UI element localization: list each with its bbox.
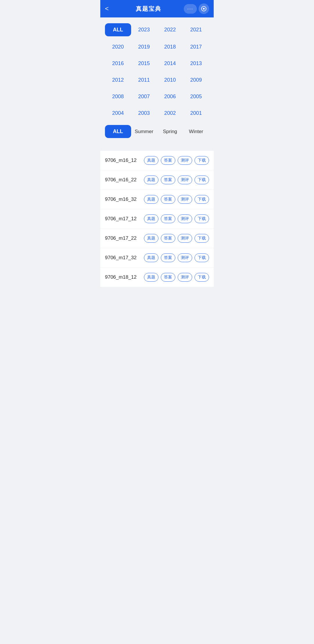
exam-name: 9706_m16_12 xyxy=(105,158,137,163)
year-filter-item-2003[interactable]: 2003 xyxy=(131,107,157,119)
evaluate-button[interactable]: 测评 xyxy=(178,195,192,204)
year-filter-section: ALL2023202220212020201920182017201620152… xyxy=(105,23,209,119)
back-button[interactable]: < xyxy=(105,5,114,12)
year-filter-item-2018[interactable]: 2018 xyxy=(157,41,183,53)
exam-paper-button[interactable]: 真题 xyxy=(144,195,158,204)
year-filter-grid: ALL2023202220212020201920182017201620152… xyxy=(105,23,209,119)
year-filter-item-2011[interactable]: 2011 xyxy=(131,74,157,86)
exam-name: 9706_m17_12 xyxy=(105,216,137,222)
exam-list-item: 9706_m17_12真题答案测评下载 xyxy=(100,209,214,229)
year-filter-item-2013[interactable]: 2013 xyxy=(183,58,209,69)
year-filter-item-2016[interactable]: 2016 xyxy=(105,58,131,69)
exam-list-item: 9706_m16_32真题答案测评下载 xyxy=(100,190,214,209)
year-filter-item-all[interactable]: ALL xyxy=(105,23,131,36)
exam-actions: 真题答案测评下载 xyxy=(144,195,209,204)
year-filter-item-2008[interactable]: 2008 xyxy=(105,91,131,103)
exam-list-item: 9706_m16_12真题答案测评下载 xyxy=(100,151,214,170)
exam-paper-button[interactable]: 真题 xyxy=(144,214,158,223)
exam-paper-button[interactable]: 真题 xyxy=(144,273,158,282)
exam-actions: 真题答案测评下载 xyxy=(144,234,209,243)
exam-actions: 真题答案测评下载 xyxy=(144,273,209,282)
exam-name: 9706_m17_32 xyxy=(105,255,137,261)
year-filter-item-2007[interactable]: 2007 xyxy=(131,91,157,103)
evaluate-button[interactable]: 测评 xyxy=(178,253,192,262)
evaluate-button[interactable]: 测评 xyxy=(178,234,192,243)
download-button[interactable]: 下载 xyxy=(195,195,209,204)
more-options-button[interactable]: ··· xyxy=(184,4,197,14)
exam-actions: 真题答案测评下载 xyxy=(144,156,209,165)
answer-button[interactable]: 答案 xyxy=(161,253,175,262)
year-filter-row-4: 2008200720062005 xyxy=(105,91,209,103)
record-dot-icon xyxy=(203,8,205,10)
exam-actions: 真题答案测评下载 xyxy=(144,253,209,262)
exam-list-item: 9706_m16_22真题答案测评下载 xyxy=(100,170,214,190)
exam-name: 9706_m17_22 xyxy=(105,235,137,241)
exam-list: 9706_m16_12真题答案测评下载9706_m16_22真题答案测评下载97… xyxy=(100,151,214,287)
answer-button[interactable]: 答案 xyxy=(161,273,175,282)
exam-name: 9706_m16_32 xyxy=(105,196,137,202)
year-filter-item-2004[interactable]: 2004 xyxy=(105,107,131,119)
evaluate-button[interactable]: 测评 xyxy=(178,156,192,165)
year-filter-item-2017[interactable]: 2017 xyxy=(183,41,209,53)
record-circle-icon xyxy=(201,6,206,11)
download-button[interactable]: 下载 xyxy=(195,156,209,165)
year-filter-item-2002[interactable]: 2002 xyxy=(157,107,183,119)
download-button[interactable]: 下载 xyxy=(195,253,209,262)
year-filter-item-2015[interactable]: 2015 xyxy=(131,58,157,69)
year-filter-row-2: 2016201520142013 xyxy=(105,58,209,69)
download-button[interactable]: 下载 xyxy=(195,234,209,243)
year-filter-item-2001[interactable]: 2001 xyxy=(183,107,209,119)
year-filter-item-2006[interactable]: 2006 xyxy=(157,91,183,103)
year-filter-item-2020[interactable]: 2020 xyxy=(105,41,131,53)
year-filter-item-2023[interactable]: 2023 xyxy=(131,24,157,36)
download-button[interactable]: 下载 xyxy=(195,214,209,223)
download-button[interactable]: 下载 xyxy=(195,176,209,184)
year-filter-item-2012[interactable]: 2012 xyxy=(105,74,131,86)
download-button[interactable]: 下载 xyxy=(195,273,209,282)
year-filter-item-2009[interactable]: 2009 xyxy=(183,74,209,86)
year-filter-item-2019[interactable]: 2019 xyxy=(131,41,157,53)
page-title: 真题宝典 xyxy=(136,5,161,13)
answer-button[interactable]: 答案 xyxy=(161,176,175,184)
answer-button[interactable]: 答案 xyxy=(161,214,175,223)
year-filter-row-5: 2004200320022001 xyxy=(105,107,209,119)
exam-list-item: 9706_m17_32真题答案测评下载 xyxy=(100,248,214,268)
answer-button[interactable]: 答案 xyxy=(161,195,175,204)
exam-paper-button[interactable]: 真题 xyxy=(144,176,158,184)
season-filter-row: ALL Summer Spring Winter xyxy=(105,125,209,138)
exam-actions: 真题答案测评下载 xyxy=(144,214,209,223)
year-filter-row-3: 2012201120102009 xyxy=(105,74,209,86)
year-filter-row-0: ALL202320222021 xyxy=(105,23,209,36)
year-filter-item-2022[interactable]: 2022 xyxy=(157,24,183,36)
exam-paper-button[interactable]: 真题 xyxy=(144,234,158,243)
evaluate-button[interactable]: 测评 xyxy=(178,273,192,282)
header: < 真题宝典 ··· xyxy=(100,0,214,17)
season-winter-button[interactable]: Winter xyxy=(183,126,209,137)
year-filter-item-2005[interactable]: 2005 xyxy=(183,91,209,103)
season-summer-button[interactable]: Summer xyxy=(131,126,157,137)
record-button[interactable] xyxy=(199,3,209,14)
content-area: ALL2023202220212020201920182017201620152… xyxy=(100,17,214,150)
season-all-button[interactable]: ALL xyxy=(105,125,131,138)
exam-list-item: 9706_m18_12真题答案测评下载 xyxy=(100,268,214,287)
header-actions: ··· xyxy=(184,3,209,14)
exam-list-item: 9706_m17_22真题答案测评下载 xyxy=(100,229,214,248)
evaluate-button[interactable]: 测评 xyxy=(178,176,192,184)
answer-button[interactable]: 答案 xyxy=(161,234,175,243)
exam-paper-button[interactable]: 真题 xyxy=(144,156,158,165)
year-filter-item-2014[interactable]: 2014 xyxy=(157,58,183,69)
year-filter-item-2021[interactable]: 2021 xyxy=(183,24,209,36)
evaluate-button[interactable]: 测评 xyxy=(178,214,192,223)
season-spring-button[interactable]: Spring xyxy=(157,126,183,137)
exam-name: 9706_m16_22 xyxy=(105,177,137,183)
exam-name: 9706_m18_12 xyxy=(105,274,137,280)
answer-button[interactable]: 答案 xyxy=(161,156,175,165)
exam-paper-button[interactable]: 真题 xyxy=(144,253,158,262)
year-filter-item-2010[interactable]: 2010 xyxy=(157,74,183,86)
season-filter-section: ALL Summer Spring Winter xyxy=(105,125,209,138)
year-filter-row-1: 2020201920182017 xyxy=(105,41,209,53)
exam-actions: 真题答案测评下载 xyxy=(144,176,209,184)
